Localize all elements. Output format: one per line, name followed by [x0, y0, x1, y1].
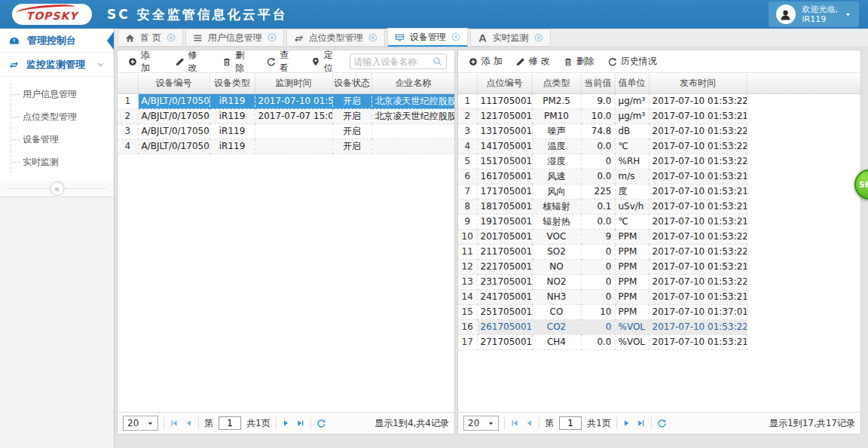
user-menu[interactable]: 欢迎光临, iR119	[769, 2, 860, 27]
column-header[interactable]: 点位编号	[477, 74, 532, 93]
table-cell: 风速	[532, 169, 581, 184]
edit-button[interactable]: 修 改	[510, 53, 556, 70]
table-cell: 2017-07-07 15:03:05	[255, 108, 332, 123]
prev-page-button[interactable]	[184, 419, 193, 428]
table-cell: 2017-07-10 01:53:21	[649, 199, 747, 214]
table-cell: 191705001	[477, 214, 532, 229]
empty-cell	[747, 274, 860, 289]
tab-user-info[interactable]: 用户信息管理	[185, 29, 284, 47]
row-number-cell: 16	[458, 319, 477, 334]
last-page-button[interactable]	[637, 419, 646, 428]
table-row[interactable]: 10201705001VOC9PPM2017-07-10 01:53:22	[458, 229, 860, 244]
close-icon[interactable]	[534, 33, 543, 42]
app-window: TOPSKY SC 安全监管信息化云平台 欢迎光临, iR119 管理控制台 监…	[0, 0, 868, 448]
sidebar-item-realtime[interactable]: 实时监测	[11, 151, 114, 173]
next-page-button[interactable]	[622, 419, 631, 428]
reload-button[interactable]	[316, 419, 326, 428]
row-number-cell: 6	[458, 169, 477, 184]
table-cell: 2017-07-10 01:53:22	[255, 93, 332, 108]
column-header[interactable]: 当前值	[581, 74, 615, 93]
sidebar-empty-area	[0, 197, 114, 448]
table-cell: 开启	[332, 123, 371, 139]
column-header[interactable]: 发布时间	[649, 74, 747, 93]
table-row[interactable]: 6161705001风速0.0m/s2017-07-10 01:53:21	[458, 169, 860, 184]
table-row[interactable]: 1A/BJLT/0/1705001iR1192017-07-10 01:53:2…	[118, 93, 454, 108]
table-row[interactable]: 13231705001NO20PPM2017-07-10 01:53:22	[458, 274, 860, 289]
table-row[interactable]: 7171705001风向225度2017-07-10 01:53:21	[458, 184, 860, 199]
edit-button[interactable]: 修 改	[170, 47, 215, 77]
table-cell: NO	[532, 259, 581, 274]
table-row[interactable]: 5151705001湿度0%RH2017-07-10 01:53:22	[458, 154, 860, 169]
delete-button[interactable]: 删除	[216, 47, 259, 77]
table-cell: 0	[581, 289, 615, 304]
first-page-button[interactable]	[170, 419, 179, 428]
reload-button[interactable]	[657, 419, 667, 428]
table-row[interactable]: 9191705001辐射热0.0℃2017-07-10 01:53:21	[458, 214, 860, 229]
table-row[interactable]: 16261705001CO20%VOL2017-07-10 01:53:22	[458, 319, 860, 334]
next-page-button[interactable]	[282, 419, 291, 428]
column-header[interactable]: 监测时间	[255, 74, 332, 93]
table-cell: 131705001	[477, 123, 532, 139]
sidebar-item-point-type[interactable]: 点位类型管理	[11, 105, 114, 128]
table-row[interactable]: 2121705001PM1010.0μg/m³2017-07-10 01:53:…	[458, 108, 860, 123]
last-page-button[interactable]	[296, 419, 305, 428]
close-icon[interactable]	[267, 33, 277, 42]
row-number-cell: 9	[458, 214, 477, 229]
table-row[interactable]: 15251705001CO10PPM2017-07-10 01:37:01	[458, 304, 860, 319]
page-input[interactable]	[219, 416, 241, 430]
table-row[interactable]: 11211705001SO20PPM2017-07-10 01:53:22	[458, 244, 860, 259]
table-cell: 201705001	[477, 229, 532, 244]
column-header[interactable]: 设备编号	[138, 74, 209, 93]
sidebar-item-monitor-mgmt[interactable]: 监控监测管理	[0, 53, 114, 77]
welcome-label: 欢迎光临,	[802, 5, 839, 14]
column-header[interactable]: 点类型	[532, 74, 581, 93]
table-row[interactable]: 17271705001CH40.0%VOL2017-07-10 01:53:21	[458, 334, 860, 349]
sidebar-item-device[interactable]: 设备管理	[11, 128, 114, 151]
empty-cell	[747, 93, 860, 108]
column-header[interactable]: 设备类型	[209, 74, 255, 93]
page-input[interactable]	[559, 416, 582, 430]
table-cell: 74.8	[581, 123, 615, 139]
column-header[interactable]: 企业名称	[371, 74, 454, 93]
page-size-select[interactable]: 20	[463, 416, 499, 431]
first-page-button[interactable]	[510, 419, 519, 428]
add-button[interactable]: 添 加	[122, 47, 168, 77]
table-cell: PM2.5	[532, 93, 581, 108]
history-button[interactable]: 历史情况	[602, 53, 663, 70]
table-row[interactable]: 4141705001温度0.0℃2017-07-10 01:53:22	[458, 139, 860, 154]
table-row[interactable]: 14241705001NH30PPM2017-07-10 01:53:21	[458, 289, 860, 304]
column-header[interactable]: 值单位	[615, 74, 649, 93]
tab-home[interactable]: 首 页	[118, 29, 183, 47]
delete-button[interactable]: 删除	[558, 53, 601, 70]
sidebar-item-console[interactable]: 管理控制台	[0, 29, 114, 53]
row-number-cell: 13	[458, 274, 477, 289]
close-icon[interactable]	[368, 33, 377, 42]
close-icon[interactable]	[451, 32, 460, 41]
tab-realtime[interactable]: 实时监测	[470, 29, 551, 47]
empty-cell	[747, 244, 860, 259]
page-size-select[interactable]: 20	[123, 416, 158, 431]
tab-point-type[interactable]: 点位类型管理	[286, 29, 385, 47]
table-row[interactable]: 3A/BJLT/0/1705003iR119开启	[118, 123, 454, 139]
prev-page-button[interactable]	[524, 419, 533, 428]
table-row[interactable]: 4A/BJLT/0/1705004iR119开启	[118, 139, 454, 154]
view-button[interactable]: 查看	[261, 47, 304, 77]
table-cell: 温度	[532, 139, 581, 154]
close-icon[interactable]	[167, 33, 176, 42]
sidebar-item-user-info[interactable]: 用户信息管理	[11, 83, 114, 105]
sidebar-collapse-button[interactable]: «	[50, 181, 64, 196]
table-row[interactable]: 2A/BJLT/0/1705002iR1192017-07-07 15:03:0…	[118, 108, 454, 123]
table-row[interactable]: 1111705001PM2.59.0μg/m³2017-07-10 01:53:…	[458, 93, 860, 108]
locate-button[interactable]: 定位	[305, 47, 348, 77]
column-header[interactable]: 设备状态	[332, 74, 371, 93]
table-row[interactable]: 12221705001NO0PPM2017-07-10 01:53:21	[458, 259, 860, 274]
tab-device-mgmt[interactable]: 设备管理	[387, 28, 468, 47]
add-button[interactable]: 添 加	[463, 53, 509, 70]
search-icon[interactable]	[432, 56, 442, 66]
table-row[interactable]: 3131705001噪声74.8dB2017-07-10 01:53:22	[458, 123, 860, 139]
table-cell: 0	[581, 244, 615, 259]
table-row[interactable]: 8181705001核辐射0.1uSv/h2017-07-10 01:53:21	[458, 199, 860, 214]
device-search-input[interactable]	[354, 56, 432, 67]
caret-down-icon[interactable]	[845, 11, 851, 18]
locate-label: 定位	[324, 49, 342, 75]
